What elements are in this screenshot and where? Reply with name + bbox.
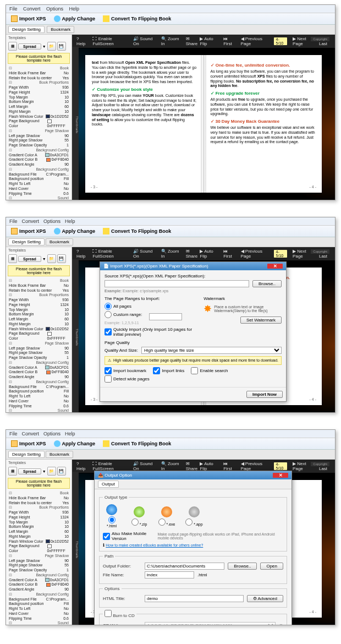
- sound-button[interactable]: 🔊 Sound On: [133, 36, 156, 46]
- menu-convert[interactable]: Convert: [23, 6, 41, 12]
- output-zip-radio[interactable]: *.zip: [130, 506, 148, 526]
- burn-cd-group: Burn to CD CD Writer: 1:0:0,E: HL-DT-ST …: [99, 610, 287, 625]
- share-button[interactable]: ✉ Share: [186, 36, 200, 46]
- app-window-2: FileConvertOptionsHelp Import XPS Apply …: [6, 217, 336, 413]
- close-button[interactable]: ✕: [267, 264, 283, 269]
- watermark-icon: ✸: [204, 303, 212, 315]
- template-thumb-button[interactable]: ▦: [8, 42, 17, 51]
- output-html-radio[interactable]: *.html: [103, 504, 120, 528]
- page-left: text from Microsoft Open XML Paper Speci…: [85, 55, 204, 193]
- book-viewer: ? Help ⛶ Enable FullScreen 🔊 Sound On 🔍 …: [72, 35, 335, 200]
- tab-bookmark[interactable]: Bookmark: [47, 26, 74, 33]
- save-template-button[interactable]: 💾: [57, 42, 66, 51]
- section-heading: 30 Day Money Back Guarantee: [211, 119, 316, 124]
- quick-import-checkbox[interactable]: Quickly import (Only import 10 pages for…: [105, 327, 198, 337]
- copyright-badge: Copyright: [311, 37, 329, 41]
- enable-search-checkbox[interactable]: Enable search: [191, 367, 228, 374]
- section-heading: Customize your book style: [92, 87, 197, 92]
- flipbook[interactable]: text from Microsoft Open XML Paper Speci…: [85, 55, 322, 193]
- output-type-group: Output type *.html *.zip *.exe *.app Als…: [99, 495, 287, 552]
- path-group: Path Output Folder: Browse.. Open File N…: [99, 554, 287, 584]
- viewer-toolbar: ? Help ⛶ Enable FullScreen 🔊 Sound On 🔍 …: [72, 35, 335, 48]
- property-tree[interactable]: BookHide Book Frame BarNoRetain the book…: [6, 65, 72, 200]
- autoflip-button[interactable]: ▶ Auto Flip: [200, 36, 218, 46]
- html-title-input[interactable]: [145, 595, 244, 602]
- first-page-button[interactable]: ⏮ First: [223, 36, 235, 46]
- page-number: - 4 -: [310, 185, 316, 190]
- output-tab[interactable]: Output: [98, 481, 119, 488]
- import-dialog: 📄 Import XPS(*.xps)(Open XML Paper Speci…: [100, 261, 287, 402]
- output-app-radio[interactable]: *.app: [185, 506, 203, 526]
- settings-sidebar: Templates ▦ Spread ▼ 📁 💾 Please customiz…: [6, 35, 72, 200]
- custom-range-radio[interactable]: Custom range:: [105, 311, 142, 318]
- browse-button[interactable]: Browse..: [252, 280, 282, 287]
- cd-writer-label: CD Writer:: [103, 623, 141, 625]
- app-window-1: File Convert Options Help Import XPS App…: [6, 4, 336, 200]
- mobile-version-checkbox[interactable]: Also Make Mobile Version Make output pag…: [103, 531, 283, 541]
- source-path-input[interactable]: [105, 280, 249, 287]
- page-number: - 3 -: [91, 185, 97, 190]
- convert-button[interactable]: Convert To Flipping Book: [101, 15, 173, 23]
- apply-change-button[interactable]: Apply Change: [52, 227, 97, 235]
- refresh-icon: [54, 15, 61, 22]
- import-links-checkbox[interactable]: Import links: [153, 367, 184, 374]
- menubar: File Convert Options Help: [6, 5, 335, 13]
- quality-select[interactable]: High quality large file size: [141, 347, 282, 354]
- page-right: One-time fee, unlimited conversion. As l…: [204, 55, 322, 193]
- output-folder-input[interactable]: [145, 563, 224, 570]
- filename-label: File Name:: [103, 572, 141, 577]
- templates-label: Templates: [6, 35, 72, 41]
- import-bookmark-checkbox[interactable]: Import bookmark: [105, 367, 146, 374]
- options-group: Options HTML Title: ⚙ Advanced: [99, 586, 287, 608]
- import-xps-button[interactable]: Import XPS: [9, 15, 48, 23]
- range-label: The Page Ranges to Import:: [105, 296, 198, 301]
- html-title-label: HTML Title:: [103, 596, 141, 601]
- output-exe-radio[interactable]: *.exe: [158, 506, 175, 526]
- file-ext: .html: [197, 572, 207, 577]
- menu-help[interactable]: Help: [69, 6, 80, 12]
- prev-page-button[interactable]: ◀ Previous Page: [241, 36, 268, 46]
- example-hint: Example: Example: c:\ps\sample.xps: [105, 289, 282, 293]
- advanced-button[interactable]: ⚙ Advanced: [247, 595, 283, 602]
- property-tree[interactable]: BookHide Book Frame BarNoRetain the book…: [6, 490, 72, 625]
- import-icon: [11, 15, 18, 22]
- next-page-button[interactable]: ▶ Next Page: [293, 36, 314, 46]
- filename-input[interactable]: [145, 571, 194, 578]
- import-now-button[interactable]: Import Now: [246, 391, 283, 398]
- warning-icon: ⚠: [108, 358, 111, 363]
- section-heading: One-time fee, unlimited conversion.: [211, 63, 316, 68]
- fullscreen-button[interactable]: ⛶ Enable FullScreen: [92, 36, 128, 46]
- toolbar: Import XPS Apply Change Convert To Flipp…: [6, 13, 335, 25]
- menu-file[interactable]: File: [9, 6, 18, 12]
- apply-change-button[interactable]: Apply Change: [52, 15, 97, 23]
- page-indicator[interactable]: 4-5/10: [274, 37, 287, 45]
- section-heading: Free upgrade forever: [211, 91, 316, 96]
- folder-label: Output Folder:: [103, 564, 141, 569]
- quality-warning: ⚠High values produce better page quality…: [105, 356, 282, 365]
- help-button[interactable]: ? Help: [76, 36, 87, 46]
- how-to-link[interactable]: How to make created eBooks available for…: [106, 543, 203, 547]
- settings-tabs: Design Setting Bookmark: [6, 25, 335, 35]
- burn-cd-checkbox[interactable]: Burn to CD: [105, 613, 135, 618]
- viewer-side-tabs[interactable]: Thumbnails: [72, 47, 79, 200]
- open-folder-button[interactable]: Open: [260, 563, 283, 570]
- tab-design-setting[interactable]: Design Setting: [8, 26, 45, 33]
- import-xps-button[interactable]: Import XPS: [9, 227, 48, 235]
- custom-range-input[interactable]: [149, 313, 182, 320]
- import-template-button[interactable]: 📁: [47, 42, 56, 51]
- all-pages-radio[interactable]: All pages: [105, 303, 131, 310]
- spread-template-button[interactable]: Spread: [18, 43, 41, 50]
- output-dialog: 📤 Output Option✕ Output Output type *.ht…: [94, 471, 292, 625]
- menu-options[interactable]: Options: [46, 6, 63, 12]
- close-button[interactable]: ✕: [273, 473, 288, 478]
- zoom-button[interactable]: 🔍 Zoom In: [161, 36, 180, 46]
- watermark-hint: Place a custom text or image Watermark(S…: [214, 305, 282, 313]
- customize-hint: Please customize the flash template here: [8, 53, 70, 64]
- detect-wide-checkbox[interactable]: Detect wide pages: [105, 375, 150, 383]
- property-tree[interactable]: BookHide Book Frame BarNoRetain the book…: [6, 277, 72, 412]
- convert-button[interactable]: Convert To Flipping Book: [101, 227, 173, 235]
- browse-folder-button[interactable]: Browse..: [228, 563, 257, 570]
- watermark-label: Watermark: [204, 296, 282, 301]
- app-window-3: FileConvertOptionsHelp Import XPS Apply …: [6, 429, 336, 625]
- set-watermark-button[interactable]: Set Watermark: [240, 316, 282, 324]
